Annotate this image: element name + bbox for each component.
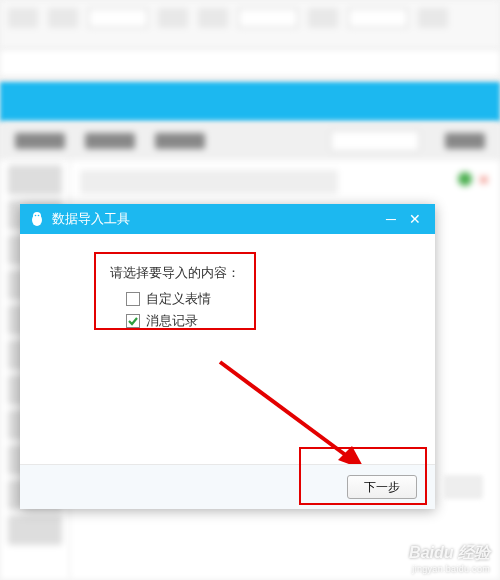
svg-line-4 xyxy=(220,362,355,462)
checkbox-unchecked-icon[interactable] xyxy=(126,292,140,306)
penguin-icon xyxy=(28,210,46,228)
checkbox-checked-icon[interactable] xyxy=(126,314,140,328)
background-ribbon xyxy=(0,50,500,78)
option-message-log[interactable]: 消息记录 xyxy=(126,312,415,330)
svg-point-2 xyxy=(35,215,37,217)
option-label: 消息记录 xyxy=(146,312,198,330)
background-header xyxy=(0,82,500,122)
background-toolbar xyxy=(0,0,500,50)
dialog-titlebar: 数据导入工具 ─ ✕ xyxy=(20,204,435,234)
minimize-button[interactable]: ─ xyxy=(379,209,403,229)
next-button[interactable]: 下一步 xyxy=(347,475,417,499)
background-button xyxy=(443,475,483,499)
watermark-brand: Baidu 经验 xyxy=(409,543,490,564)
background-tabs xyxy=(0,122,500,160)
watermark: Baidu 经验 jingyan.baidu.com xyxy=(409,543,490,574)
annotation-arrow xyxy=(210,352,380,482)
dialog-footer: 下一步 xyxy=(20,464,435,509)
svg-point-3 xyxy=(38,215,40,217)
close-button[interactable]: ✕ xyxy=(403,209,427,229)
dialog-title: 数据导入工具 xyxy=(52,210,379,228)
dialog-body: 请选择要导入的内容： 自定义表情 消息记录 xyxy=(20,234,435,464)
watermark-url: jingyan.baidu.com xyxy=(409,564,490,574)
svg-point-1 xyxy=(33,212,41,220)
options-prompt: 请选择要导入的内容： xyxy=(110,264,415,282)
option-custom-emoji[interactable]: 自定义表情 xyxy=(126,290,415,308)
option-label: 自定义表情 xyxy=(146,290,211,308)
import-dialog: 数据导入工具 ─ ✕ 请选择要导入的内容： 自定义表情 消息记录 xyxy=(20,204,435,509)
